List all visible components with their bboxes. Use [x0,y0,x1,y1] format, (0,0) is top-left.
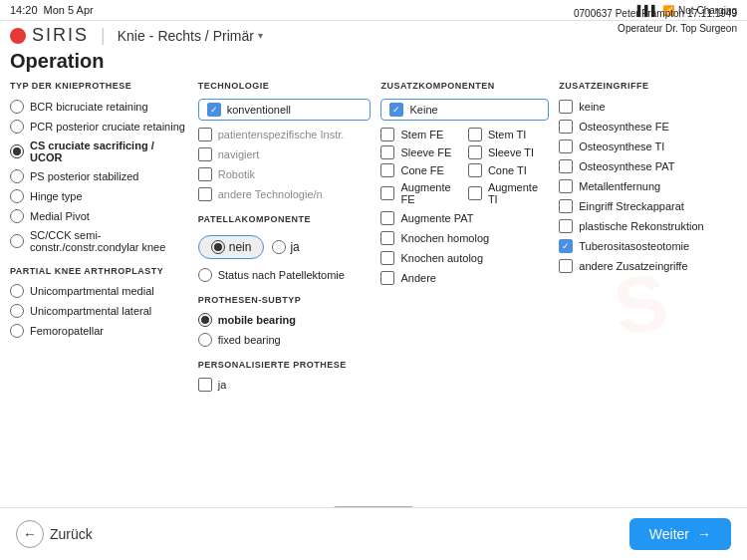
check-navigiert[interactable]: navigiert [198,146,372,162]
check-stem-ti[interactable]: Stem TI [468,127,549,142]
radio-pcr-label: PCR posterior cruciate retaining [30,121,185,133]
check-tuberositasosteotomie-label: Tuberositasosteotomie [579,240,689,252]
check-osteosyn-pat[interactable]: Osteosynthese PAT [559,158,737,174]
check-metallentfernung[interactable]: Metallentfernung [559,178,737,194]
check-konventionell-box [207,103,221,117]
radio-sc-label: SC/CCK semi-constr./constr.condylar knee [30,229,188,253]
check-augmente-pat-box [380,211,394,225]
patella-ja-option[interactable]: ja [272,240,299,254]
bottom-nav: ← Zurück Weiter → [0,507,747,560]
check-plastische-box [559,219,573,233]
check-robotik[interactable]: Robotik [198,166,372,182]
check-plastische[interactable]: plastische Rekonstruktion [559,218,737,234]
check-andere-ze-box [559,259,573,273]
check-sleeve-fe[interactable]: Sleeve FE [380,144,461,160]
radio-sc-circle [10,234,24,248]
check-stem-fe-box [380,128,394,141]
check-sleeve-ti[interactable]: Sleeve TI [468,144,549,160]
check-knochen-homolog[interactable]: Knochen homolog [380,230,549,246]
check-cone-fe-box [380,163,394,177]
radio-mobile-bearing-label: mobile bearing [218,314,296,326]
check-eingriff-streck[interactable]: Eingriff Streckapparat [559,198,737,214]
header-title: Knie [118,28,145,44]
zusatzkomponenten-title: ZUSATZKOMPONENTEN [380,81,549,91]
check-navigiert-label: navigiert [218,148,260,160]
patient-id: 0700637 Peter Frampton 17.11.1949 [574,6,737,21]
knieprothese-column: TYP DER KNIEPROTHESE BCR bicruciate reta… [10,81,188,393]
main-content: TYP DER KNIEPROTHESE BCR bicruciate reta… [0,81,747,393]
next-button[interactable]: Weiter → [629,518,731,550]
radio-sc[interactable]: SC/CCK semi-constr./constr.condylar knee [10,228,188,254]
radio-cs[interactable]: CS cruciate sacrificing / UCOR [10,139,188,164]
check-osteosyn-ti[interactable]: Osteosynthese TI [559,139,737,154]
header-divider: | [101,25,106,46]
technologie-title: TECHNOLOGIE [198,81,372,91]
check-sleeve-ti-label: Sleeve TI [488,146,534,158]
check-augmente-fe[interactable]: Augmente FE [380,180,461,206]
radio-unicomp-medial-circle [10,284,24,298]
radio-hinge-label: Hinge type [30,190,83,202]
check-knochen-autolog[interactable]: Knochen autolog [380,250,549,266]
check-tuberositasosteotomie[interactable]: Tuberositasosteotomie [559,238,737,254]
radio-bcr-circle [10,100,24,114]
check-osteosyn-pat-label: Osteosynthese PAT [579,160,674,172]
check-andere-zk[interactable]: Andere [380,270,549,286]
radio-mobile-bearing[interactable]: mobile bearing [198,312,372,328]
patella-ja-radio [272,240,286,254]
check-konventionell[interactable]: konventionell [198,99,372,121]
check-stem-ti-box [468,128,482,141]
chevron-down-icon[interactable]: ▾ [258,30,263,41]
check-cone-ti[interactable]: Cone TI [468,162,549,178]
check-cone-fe-label: Cone FE [400,164,443,176]
siris-logo-text: SIRIS [32,25,89,46]
radio-cs-circle [10,144,24,158]
radio-medial[interactable]: Medial Pivot [10,208,188,224]
subtyp-title: PROTHESEN-SUBTYP [198,295,372,305]
back-button[interactable]: ← Zurück [16,520,93,548]
check-cone-ti-box [468,163,482,177]
radio-femoropatellar[interactable]: Femoropatellar [10,323,188,339]
zk-grid: Stem FE Stem TI Sleeve FE Sleeve TI Cone… [380,127,549,206]
radio-pcr-circle [10,120,24,134]
siris-logo-dot [10,28,26,44]
check-andere-tech[interactable]: andere Technologie/n [198,186,372,202]
check-cone-fe[interactable]: Cone FE [380,162,461,178]
radio-unicomp-medial[interactable]: Unicompartmental medial [10,283,188,299]
check-personal-ja-label: ja [218,379,227,391]
check-metallentfernung-label: Metallentfernung [579,180,660,192]
check-sleeve-ti-box [468,145,482,159]
check-keine-ze[interactable]: keine [559,99,737,115]
check-osteosyn-ti-label: Osteosynthese TI [579,140,664,152]
check-keine-zk-label: Keine [409,104,437,116]
radio-bcr[interactable]: BCR bicruciate retaining [10,99,188,115]
check-stem-fe[interactable]: Stem FE [380,127,461,142]
radio-mobile-bearing-circle [198,313,212,327]
radio-unicomp-lateral-circle [10,304,24,318]
check-osteosyn-pat-box [559,159,573,173]
check-andere-zk-label: Andere [400,272,435,284]
radio-unicomp-lateral[interactable]: Unicompartmental lateral [10,303,188,319]
patella-nein-option[interactable]: nein [198,235,265,259]
patella-status[interactable]: Status nach Patellektomie [198,267,372,283]
check-augmente-ti[interactable]: Augmente TI [468,180,549,206]
radio-fixed-bearing[interactable]: fixed bearing [198,332,372,348]
check-personal-ja[interactable]: ja [198,377,372,393]
check-andere-zk-box [380,271,394,285]
check-keine-zk[interactable]: Keine [380,99,549,121]
check-andere-ze[interactable]: andere Zusatzeingriffe [559,258,737,274]
radio-pcr[interactable]: PCR posterior cruciate retaining [10,119,188,135]
patella-row: nein ja [198,235,372,259]
check-stem-ti-label: Stem TI [488,129,526,140]
check-augmente-pat[interactable]: Augmente PAT [380,210,549,226]
page-title: Operation [0,48,747,79]
radio-fixed-bearing-label: fixed bearing [218,334,281,346]
personal-title: PERSONALISIERTE PROTHESE [198,360,372,370]
check-augmente-fe-label: Augmente FE [400,181,461,205]
zusatzeingriffe-title: ZUSATZEINGRIFFE [559,81,737,91]
radio-hinge[interactable]: Hinge type [10,188,188,204]
check-augmente-ti-box [468,186,482,200]
check-osteosyn-fe[interactable]: Osteosynthese FE [559,119,737,135]
radio-ps[interactable]: PS posterior stabilized [10,168,188,184]
check-patspez[interactable]: patientenspezifische Instr. [198,127,372,142]
check-osteosyn-fe-label: Osteosynthese FE [579,121,669,133]
